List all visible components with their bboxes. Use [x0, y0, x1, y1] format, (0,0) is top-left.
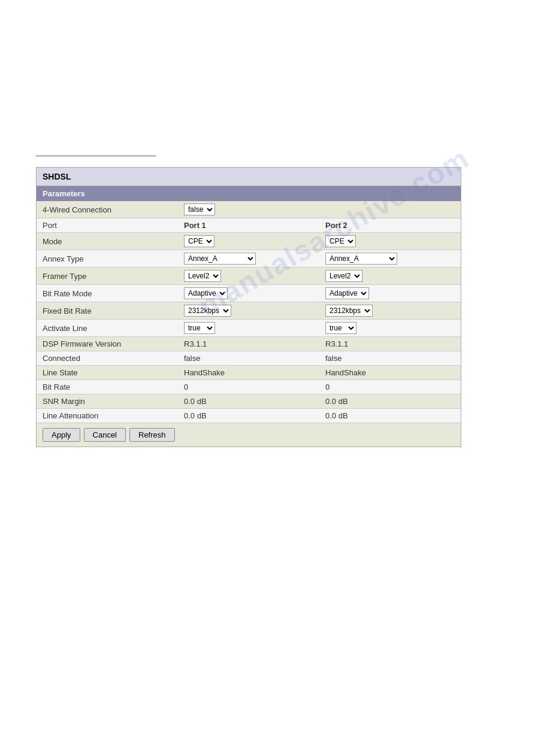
table-row: Line StateHandShakeHandShake: [37, 366, 461, 380]
param-val1: R3.1.1: [178, 337, 319, 351]
button-row: Apply Cancel Refresh: [37, 423, 461, 447]
table-row: Line Attenuation0.0 dB0.0 dB: [37, 409, 461, 423]
param-label: Port: [37, 218, 178, 233]
shdsl-panel: SHDSL Parameters 4-Wired Connectionfalse…: [36, 167, 461, 447]
page-wrapper: manualsarchive.com SHDSL Parameters 4-Wi…: [0, 0, 535, 756]
param-val2: 0: [319, 380, 461, 394]
table-row: ModeCPECOCPECO: [37, 233, 461, 250]
param-label: Activate Line: [37, 320, 178, 337]
param-label: DSP Firmware Version: [37, 337, 178, 351]
param-label: 4-Wired Connection: [37, 201, 178, 218]
param-select-0[interactable]: falsetrue: [184, 204, 215, 215]
port2-header: Port 2: [319, 218, 461, 233]
param-select1-3[interactable]: Annex_AAnnex_BAnnex_C: [184, 253, 256, 265]
param-select1-2[interactable]: CPECO: [184, 235, 214, 247]
param-val1: 0.0 dB: [178, 409, 319, 423]
panel-title: SHDSL: [37, 168, 461, 186]
param-select1-4[interactable]: Level2Level1: [184, 270, 221, 282]
param-label: Connected: [37, 351, 178, 366]
param-select1-7[interactable]: truefalse: [184, 322, 215, 334]
param-val2: R3.1.1: [319, 337, 461, 351]
param-val2: HandShake: [319, 366, 461, 380]
section-header: Parameters: [37, 186, 461, 201]
table-row: DSP Firmware VersionR3.1.1R3.1.1: [37, 337, 461, 351]
param-label: Bit Rate Mode: [37, 285, 178, 302]
param-label: Line Attenuation: [37, 409, 178, 423]
params-table: 4-Wired ConnectionfalsetruePortPort 1Por…: [37, 201, 461, 423]
param-select1-6[interactable]: 2312kbps2048kbps1024kbps: [184, 305, 231, 317]
table-row: PortPort 1Port 2: [37, 218, 461, 233]
param-label: Line State: [37, 366, 178, 380]
param-select2-5[interactable]: AdaptiveFixed: [325, 287, 369, 299]
table-row: Fixed Bit Rate2312kbps2048kbps1024kbps23…: [37, 302, 461, 320]
table-row: SNR Margin0.0 dB0.0 dB: [37, 394, 461, 409]
table-row: Bit Rate ModeAdaptiveFixedAdaptiveFixed: [37, 285, 461, 302]
param-val1: 0.0 dB: [178, 394, 319, 409]
param-label: Bit Rate: [37, 380, 178, 394]
table-row: Annex TypeAnnex_AAnnex_BAnnex_CAnnex_AAn…: [37, 250, 461, 268]
param-val1: 0: [178, 380, 319, 394]
cancel-button[interactable]: Cancel: [84, 428, 126, 442]
param-select2-6[interactable]: 2312kbps2048kbps1024kbps: [325, 305, 373, 317]
param-val2: 0.0 dB: [319, 394, 461, 409]
param-label: Fixed Bit Rate: [37, 302, 178, 320]
param-select2-4[interactable]: Level2Level1: [325, 270, 362, 282]
apply-button[interactable]: Apply: [43, 428, 80, 442]
param-select1-5[interactable]: AdaptiveFixed: [184, 287, 228, 299]
refresh-button[interactable]: Refresh: [129, 428, 175, 442]
table-row: 4-Wired Connectionfalsetrue: [37, 201, 461, 218]
table-row: Framer TypeLevel2Level1Level2Level1: [37, 268, 461, 285]
port1-header: Port 1: [178, 218, 319, 233]
param-label: SNR Margin: [37, 394, 178, 409]
param-select2-7[interactable]: truefalse: [325, 322, 356, 334]
table-row: Activate Linetruefalsetruefalse: [37, 320, 461, 337]
param-label: Annex Type: [37, 250, 178, 268]
param-select2-3[interactable]: Annex_AAnnex_BAnnex_C: [325, 253, 397, 265]
separator-line: [36, 156, 156, 156]
table-row: Bit Rate00: [37, 380, 461, 394]
param-label: Framer Type: [37, 268, 178, 285]
table-row: Connectedfalsefalse: [37, 351, 461, 366]
param-val1: false: [178, 351, 319, 366]
param-val2: false: [319, 351, 461, 366]
param-val1: HandShake: [178, 366, 319, 380]
param-val2: 0.0 dB: [319, 409, 461, 423]
param-select2-2[interactable]: CPECO: [325, 235, 356, 247]
param-label: Mode: [37, 233, 178, 250]
